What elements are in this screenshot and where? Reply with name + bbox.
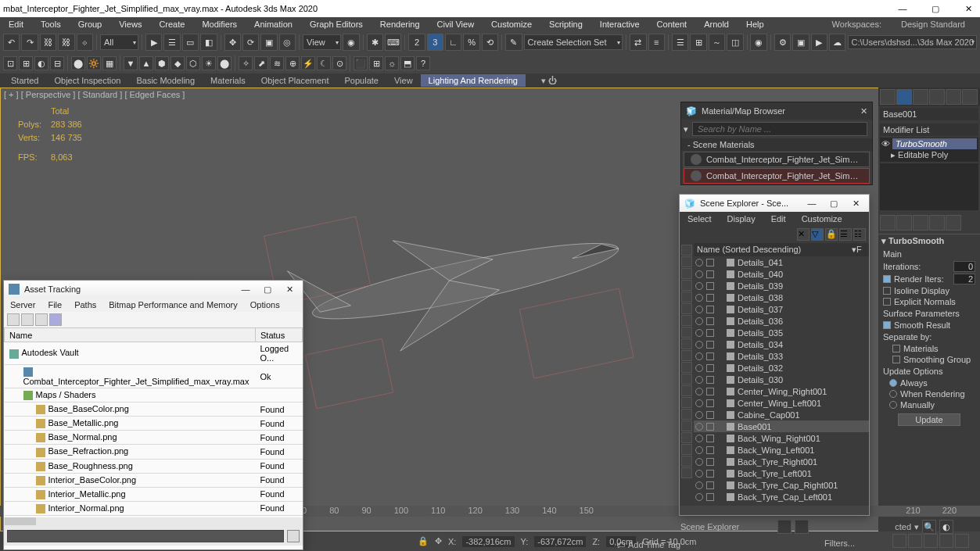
at-tb-4[interactable] [49, 313, 62, 326]
se-row[interactable]: Base001 [694, 420, 869, 432]
at-close-icon[interactable]: ✕ [281, 284, 298, 295]
at-row[interactable]: Base_Roughness.pngFound [5, 459, 303, 473]
visibility-icon[interactable] [695, 423, 703, 431]
object-name-field[interactable]: Base001 [880, 108, 978, 120]
snap-2d-icon[interactable]: 2 [408, 34, 425, 51]
minimize-icon[interactable]: — [894, 4, 911, 14]
render-iters-checkbox[interactable] [883, 275, 891, 283]
at-row[interactable]: Base_BaseColor.pngFound [5, 403, 303, 417]
show-end-icon[interactable] [896, 215, 912, 231]
link-icon[interactable]: ⛓ [40, 34, 56, 51]
pan-icon[interactable] [892, 534, 906, 548]
scene-materials-group[interactable]: - Scene Materials [681, 138, 872, 151]
visibility-icon[interactable] [695, 411, 703, 419]
frozen-icon[interactable] [706, 282, 714, 290]
select-icon[interactable]: ▶ [145, 34, 162, 51]
create-tab-icon[interactable] [880, 89, 896, 105]
menu-rendering[interactable]: Rendering [372, 18, 429, 30]
menu-civil-view[interactable]: Civil View [429, 18, 483, 30]
visibility-icon[interactable] [695, 399, 703, 407]
at-menu-bitmap[interactable]: Bitmap Performance and Memory [102, 299, 243, 310]
workspace-dropdown[interactable]: Design Standard [892, 18, 974, 30]
tb2-11[interactable]: ◆ [171, 56, 185, 70]
scene-explorer-icon[interactable]: ⊞ [690, 34, 706, 51]
menu-graph-editors[interactable]: Graph Editors [301, 18, 372, 30]
place-icon[interactable]: ◎ [279, 34, 296, 51]
configure-icon[interactable] [946, 215, 961, 231]
se-side-10[interactable] [681, 350, 692, 361]
render-setup-icon[interactable]: ⚙ [774, 34, 791, 51]
sep-groups-checkbox[interactable] [892, 356, 900, 363]
se-side-13[interactable] [681, 385, 692, 396]
se-row[interactable]: Details_040 [694, 268, 869, 280]
se-side-11[interactable] [681, 362, 692, 373]
se-row[interactable]: Back_Wing_Right001 [694, 432, 869, 444]
utilities-tab-icon[interactable] [962, 89, 978, 105]
se-side-6[interactable] [681, 303, 692, 314]
menu-content[interactable]: Content [648, 18, 696, 30]
visibility-icon[interactable] [695, 446, 703, 454]
tb2-15[interactable]: ⬈ [254, 56, 268, 70]
lock-sel-icon[interactable]: ◐ [939, 520, 953, 534]
rect-select-icon[interactable]: ▭ [182, 34, 199, 51]
frozen-icon[interactable] [706, 388, 714, 395]
se-clear-icon[interactable]: ✕ [797, 228, 809, 241]
kbd-icon[interactable]: ⌨ [385, 34, 401, 51]
at-row[interactable]: Interior_BaseColor.pngFound [5, 473, 303, 487]
scene-explorer-dropdown[interactable]: Scene Explorer [680, 522, 774, 531]
visibility-icon[interactable] [695, 282, 703, 290]
se-row[interactable]: Details_030 [694, 374, 869, 385]
visibility-icon[interactable] [695, 388, 703, 395]
se-row[interactable]: Details_037 [694, 303, 869, 315]
rotate-icon[interactable]: ⟳ [242, 34, 259, 51]
orbit-icon[interactable] [908, 534, 922, 548]
se-row[interactable]: Details_033 [694, 350, 869, 362]
tab-lighting-rendering[interactable]: Lighting And Rendering [421, 74, 526, 87]
always-radio[interactable] [889, 379, 897, 387]
at-col-status[interactable]: Status [256, 328, 303, 342]
se-col-frozen[interactable]: F [856, 245, 866, 255]
window-crossing-icon[interactable]: ◧ [200, 34, 217, 51]
se-side-20[interactable] [681, 467, 692, 478]
se-row[interactable]: Details_038 [694, 292, 869, 303]
se-menu-customize[interactable]: Customize [794, 213, 850, 224]
modifier-turbosmooth[interactable]: TurboSmooth [892, 138, 977, 149]
se-side-8[interactable] [681, 327, 692, 338]
filter-dropdown[interactable]: All [100, 34, 138, 50]
se-row[interactable]: Details_035 [694, 327, 869, 338]
frozen-icon[interactable] [706, 294, 714, 302]
at-menu-options[interactable]: Options [244, 299, 286, 310]
sun-icon[interactable]: ☀ [202, 56, 216, 70]
tb2-17[interactable]: ⊕ [285, 56, 300, 70]
manip-icon[interactable]: ✱ [367, 34, 383, 51]
frozen-icon[interactable] [706, 446, 714, 454]
when-rendering-radio[interactable] [889, 390, 897, 398]
visibility-icon[interactable] [695, 435, 703, 442]
material-item-exterior[interactable]: Combat_Interceptor_Fighter_Jet_Simplifie… [684, 152, 870, 167]
tb2-1[interactable]: ⊡ [3, 56, 17, 70]
pivot-icon[interactable]: ◉ [343, 34, 359, 51]
edit-named-icon[interactable]: ✎ [505, 34, 522, 51]
remove-mod-icon[interactable] [929, 215, 945, 231]
tb2-19[interactable]: ☾ [317, 56, 331, 70]
tab-materials[interactable]: Materials [203, 74, 253, 87]
project-path-dropdown[interactable]: C:\Users\dshsd...\3ds Max 2020 [848, 35, 977, 49]
menu-interactive[interactable]: Interactive [591, 18, 648, 30]
menu-create[interactable]: Create [150, 18, 193, 30]
tb2-3[interactable]: ◐ [34, 56, 48, 70]
layer-icon[interactable]: ☰ [672, 34, 688, 51]
se-side-18[interactable] [681, 444, 692, 455]
se-menu-select[interactable]: Select [680, 213, 720, 224]
at-row[interactable]: Base_Refraction.pngFound [5, 445, 303, 459]
isolate-icon[interactable]: 🔍 [922, 520, 936, 534]
at-menu-server[interactable]: Server [4, 299, 41, 310]
tb2-12[interactable]: ⬡ [186, 56, 200, 70]
snap-percent-icon[interactable]: % [463, 34, 479, 51]
menu-modifiers[interactable]: Modifiers [193, 18, 246, 30]
snap-spinner-icon[interactable]: ⟲ [482, 34, 498, 51]
frozen-icon[interactable] [706, 364, 714, 372]
visibility-icon[interactable] [695, 341, 703, 349]
frozen-icon[interactable] [706, 317, 714, 325]
menu-scripting[interactable]: Scripting [540, 18, 591, 30]
unlink-icon[interactable]: ⛓̷ [58, 34, 74, 51]
